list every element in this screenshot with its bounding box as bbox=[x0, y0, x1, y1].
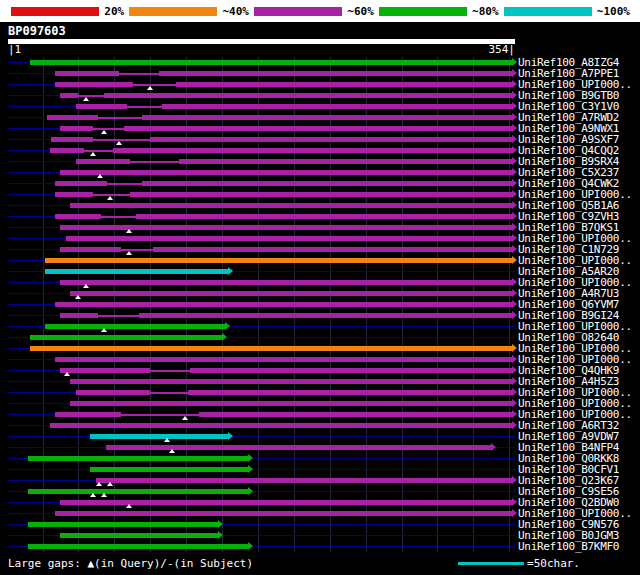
alignment-segment[interactable] bbox=[55, 214, 101, 219]
alignment-segment[interactable] bbox=[28, 544, 248, 549]
alignment-segment[interactable] bbox=[60, 93, 79, 98]
alignment-arrowhead-icon bbox=[512, 388, 517, 396]
alignment-arrowhead-icon bbox=[218, 520, 223, 528]
alignment-segment[interactable] bbox=[150, 137, 512, 142]
alignment-segment[interactable] bbox=[136, 214, 512, 219]
key-color-swatch bbox=[11, 7, 99, 16]
alignment-segment[interactable] bbox=[60, 170, 512, 175]
alignment-segment[interactable] bbox=[66, 236, 513, 241]
large-gaps-note: Large gaps: ▲(in Query)/-(in Subject) bbox=[8, 557, 253, 570]
alignment-segment[interactable] bbox=[30, 346, 513, 351]
alignment-arrowhead-icon bbox=[222, 333, 227, 341]
alignment-arrowhead-icon bbox=[512, 168, 517, 176]
alignment-arrowhead-icon bbox=[512, 289, 517, 297]
alignment-segment[interactable] bbox=[190, 368, 512, 373]
alignment-segment[interactable] bbox=[142, 181, 513, 186]
alignment-segment[interactable] bbox=[130, 192, 512, 197]
alignment-segment[interactable] bbox=[28, 456, 248, 461]
alignment-segment[interactable] bbox=[55, 302, 512, 307]
alignment-arrowhead-icon bbox=[512, 157, 517, 165]
alignment-segment[interactable] bbox=[55, 192, 92, 197]
alignment-segment[interactable] bbox=[55, 82, 133, 87]
alignment-arrowhead-icon bbox=[512, 58, 517, 66]
key-color-swatch bbox=[129, 7, 217, 16]
row-baseline bbox=[8, 469, 515, 470]
alignment-segment[interactable] bbox=[162, 104, 512, 109]
alignment-segment[interactable] bbox=[60, 280, 512, 285]
alignment-segment[interactable] bbox=[139, 313, 512, 318]
query-start-coord: |1 bbox=[8, 44, 21, 57]
alignment-arrowhead-icon bbox=[512, 146, 517, 154]
alignment-segment[interactable] bbox=[55, 511, 512, 516]
key-color-swatch bbox=[504, 7, 592, 16]
alignment-arrowhead-icon bbox=[512, 80, 517, 88]
alignment-segment[interactable] bbox=[60, 247, 122, 252]
query-ruler-ends: |1 354| bbox=[8, 44, 515, 57]
alignment-segment[interactable] bbox=[60, 368, 151, 373]
alignment-segment[interactable] bbox=[90, 467, 248, 472]
alignment-arrowhead-icon bbox=[248, 487, 253, 495]
alignment-segment[interactable] bbox=[50, 423, 513, 428]
alignment-segment[interactable] bbox=[159, 71, 512, 76]
alignment-segment[interactable] bbox=[76, 390, 151, 395]
alignment-segment[interactable] bbox=[70, 203, 512, 208]
alignment-arrowhead-icon bbox=[512, 355, 517, 363]
alignment-segment[interactable] bbox=[90, 434, 228, 439]
hit-label[interactable]: UniRef100_B7KMF0 bbox=[518, 541, 619, 552]
alignment-segment[interactable] bbox=[45, 258, 512, 263]
alignment-segment[interactable] bbox=[124, 126, 512, 131]
alignment-segment[interactable] bbox=[113, 148, 512, 153]
alignment-segment[interactable] bbox=[104, 93, 512, 98]
alignment-segment[interactable] bbox=[188, 390, 513, 395]
alignment-segment[interactable] bbox=[153, 247, 512, 252]
alignment-arrowhead-icon bbox=[512, 399, 517, 407]
alignment-arrowhead-icon bbox=[512, 212, 517, 220]
alignment-segment[interactable] bbox=[55, 181, 107, 186]
alignment-segment[interactable] bbox=[47, 115, 99, 120]
key-label: ~100% bbox=[597, 5, 630, 18]
alignment-segment[interactable] bbox=[96, 478, 513, 483]
alignment-arrowhead-icon bbox=[512, 102, 517, 110]
alignment-segment[interactable] bbox=[176, 82, 512, 87]
alignment-arrowhead-icon bbox=[512, 421, 517, 429]
alignment-segment[interactable] bbox=[55, 412, 121, 417]
alignment-segment[interactable] bbox=[60, 533, 218, 538]
alignment-arrowhead-icon bbox=[512, 311, 517, 319]
alignment-segment[interactable] bbox=[106, 445, 491, 450]
alignment-segment[interactable] bbox=[28, 522, 218, 527]
query-end-coord: 354| bbox=[489, 44, 516, 57]
alignment-arrowhead-icon bbox=[491, 443, 496, 451]
alignment-segment[interactable] bbox=[142, 115, 513, 120]
alignment-arrowhead-icon bbox=[248, 542, 253, 550]
alignment-arrowhead-icon bbox=[512, 190, 517, 198]
alignment-segment[interactable] bbox=[50, 148, 85, 153]
alignment-segment[interactable] bbox=[199, 412, 512, 417]
alignment-segment[interactable] bbox=[51, 137, 93, 142]
alignment-segment[interactable] bbox=[28, 489, 248, 494]
alignment-segment[interactable] bbox=[76, 104, 128, 109]
alignment-arrowhead-icon bbox=[512, 113, 517, 121]
alignment-arrowhead-icon bbox=[512, 223, 517, 231]
alignment-segment[interactable] bbox=[70, 291, 512, 296]
alignment-segment[interactable] bbox=[45, 269, 227, 274]
alignment-arrowhead-icon bbox=[512, 509, 517, 517]
alignment-row[interactable]: UniRef100_B7KMF0 bbox=[0, 541, 640, 552]
query-name: BP097603 bbox=[0, 22, 640, 39]
alignment-arrowhead-icon bbox=[512, 245, 517, 253]
alignment-segment[interactable] bbox=[30, 335, 223, 340]
alignment-arrowhead-icon bbox=[225, 322, 230, 330]
alignment-segment[interactable] bbox=[60, 126, 93, 131]
alignment-arrowhead-icon bbox=[512, 179, 517, 187]
alignment-segment[interactable] bbox=[30, 60, 513, 65]
alignment-segment[interactable] bbox=[76, 159, 131, 164]
alignment-segment[interactable] bbox=[70, 379, 512, 384]
alignment-segment[interactable] bbox=[55, 357, 512, 362]
alignment-arrowhead-icon bbox=[512, 300, 517, 308]
alignment-segment[interactable] bbox=[179, 159, 512, 164]
alignment-segment[interactable] bbox=[45, 324, 225, 329]
alignment-segment[interactable] bbox=[55, 71, 118, 76]
footer-legend: Large gaps: ▲(in Query)/-(in Subject) =5… bbox=[0, 552, 640, 570]
alignment-segment[interactable] bbox=[60, 313, 99, 318]
alignment-segment[interactable] bbox=[70, 401, 512, 406]
identity-color-key: 20%~40%~60%~80%~100% bbox=[0, 0, 640, 22]
